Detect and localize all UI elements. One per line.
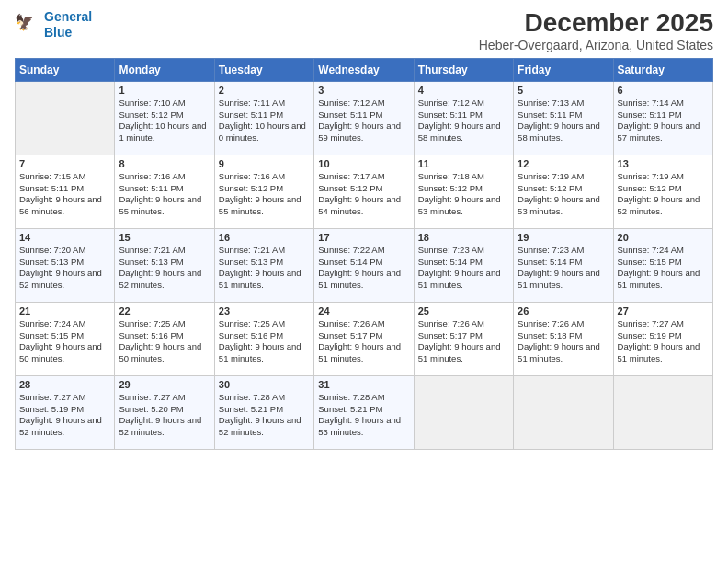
day-info: Sunrise: 7:11 AMSunset: 5:11 PMDaylight:… bbox=[219, 98, 310, 144]
day-info: Sunrise: 7:19 AMSunset: 5:12 PMDaylight:… bbox=[518, 171, 609, 218]
calendar-cell: 27Sunrise: 7:27 AMSunset: 5:19 PMDayligh… bbox=[613, 302, 712, 375]
day-info: Sunrise: 7:19 AMSunset: 5:12 PMDaylight:… bbox=[618, 171, 709, 218]
day-number: 14 bbox=[19, 232, 110, 243]
weekday-header-row: SundayMondayTuesdayWednesdayThursdayFrid… bbox=[16, 58, 713, 81]
logo: 🦅 General Blue bbox=[15, 9, 92, 40]
weekday-header-tuesday: Tuesday bbox=[214, 58, 313, 81]
day-number: 12 bbox=[518, 158, 609, 169]
day-info: Sunrise: 7:26 AMSunset: 5:17 PMDaylight:… bbox=[418, 318, 509, 365]
day-info: Sunrise: 7:23 AMSunset: 5:14 PMDaylight:… bbox=[518, 245, 609, 292]
day-number: 20 bbox=[618, 232, 709, 243]
day-info: Sunrise: 7:27 AMSunset: 5:20 PMDaylight:… bbox=[119, 392, 210, 439]
calendar-cell: 31Sunrise: 7:28 AMSunset: 5:21 PMDayligh… bbox=[314, 375, 414, 449]
day-info: Sunrise: 7:22 AMSunset: 5:14 PMDaylight:… bbox=[318, 245, 409, 292]
day-number: 27 bbox=[618, 305, 709, 316]
calendar-cell: 15Sunrise: 7:21 AMSunset: 5:13 PMDayligh… bbox=[115, 228, 214, 302]
calendar-cell: 9Sunrise: 7:16 AMSunset: 5:12 PMDaylight… bbox=[214, 155, 313, 228]
calendar-cell bbox=[16, 81, 115, 155]
day-info: Sunrise: 7:23 AMSunset: 5:14 PMDaylight:… bbox=[418, 245, 509, 292]
calendar-week-row: 28Sunrise: 7:27 AMSunset: 5:19 PMDayligh… bbox=[16, 375, 713, 449]
day-number: 13 bbox=[618, 158, 709, 169]
day-number: 29 bbox=[119, 379, 210, 390]
calendar-cell: 17Sunrise: 7:22 AMSunset: 5:14 PMDayligh… bbox=[314, 228, 414, 302]
calendar-cell: 25Sunrise: 7:26 AMSunset: 5:17 PMDayligh… bbox=[414, 302, 513, 375]
calendar-cell: 3Sunrise: 7:12 AMSunset: 5:11 PMDaylight… bbox=[314, 81, 414, 155]
calendar-cell: 5Sunrise: 7:13 AMSunset: 5:11 PMDaylight… bbox=[514, 81, 613, 155]
weekday-header-saturday: Saturday bbox=[613, 58, 712, 81]
calendar-cell: 21Sunrise: 7:24 AMSunset: 5:15 PMDayligh… bbox=[16, 302, 115, 375]
day-number: 17 bbox=[318, 232, 409, 243]
calendar-cell: 4Sunrise: 7:12 AMSunset: 5:11 PMDaylight… bbox=[414, 81, 513, 155]
day-info: Sunrise: 7:17 AMSunset: 5:12 PMDaylight:… bbox=[318, 171, 409, 218]
calendar-table: SundayMondayTuesdayWednesdayThursdayFrid… bbox=[15, 58, 713, 450]
calendar-cell: 8Sunrise: 7:16 AMSunset: 5:11 PMDaylight… bbox=[115, 155, 214, 228]
day-info: Sunrise: 7:12 AMSunset: 5:11 PMDaylight:… bbox=[418, 98, 509, 144]
calendar-cell: 16Sunrise: 7:21 AMSunset: 5:13 PMDayligh… bbox=[214, 228, 313, 302]
day-number: 30 bbox=[219, 379, 310, 390]
day-number: 1 bbox=[119, 85, 210, 96]
day-number: 15 bbox=[119, 232, 210, 243]
calendar-cell: 2Sunrise: 7:11 AMSunset: 5:11 PMDaylight… bbox=[214, 81, 313, 155]
calendar-cell: 13Sunrise: 7:19 AMSunset: 5:12 PMDayligh… bbox=[613, 155, 712, 228]
weekday-header-wednesday: Wednesday bbox=[314, 58, 414, 81]
header-row: 🦅 General Blue December 2025 Heber-Overg… bbox=[15, 9, 713, 52]
day-info: Sunrise: 7:10 AMSunset: 5:12 PMDaylight:… bbox=[119, 98, 210, 144]
calendar-cell: 26Sunrise: 7:26 AMSunset: 5:18 PMDayligh… bbox=[514, 302, 613, 375]
day-info: Sunrise: 7:25 AMSunset: 5:16 PMDaylight:… bbox=[219, 318, 310, 365]
calendar-cell: 10Sunrise: 7:17 AMSunset: 5:12 PMDayligh… bbox=[314, 155, 414, 228]
calendar-cell: 22Sunrise: 7:25 AMSunset: 5:16 PMDayligh… bbox=[115, 302, 214, 375]
day-number: 31 bbox=[318, 379, 409, 390]
weekday-header-friday: Friday bbox=[514, 58, 613, 81]
day-number: 10 bbox=[318, 158, 409, 169]
calendar-cell: 14Sunrise: 7:20 AMSunset: 5:13 PMDayligh… bbox=[16, 228, 115, 302]
day-number: 4 bbox=[418, 85, 509, 96]
day-number: 11 bbox=[418, 158, 509, 169]
day-info: Sunrise: 7:27 AMSunset: 5:19 PMDaylight:… bbox=[19, 392, 110, 439]
location-title: Heber-Overgaard, Arizona, United States bbox=[479, 38, 713, 52]
logo-blue: Blue bbox=[44, 25, 72, 40]
day-info: Sunrise: 7:28 AMSunset: 5:21 PMDaylight:… bbox=[318, 392, 409, 439]
calendar-cell: 24Sunrise: 7:26 AMSunset: 5:17 PMDayligh… bbox=[314, 302, 414, 375]
day-info: Sunrise: 7:16 AMSunset: 5:12 PMDaylight:… bbox=[219, 171, 310, 218]
day-number: 21 bbox=[19, 305, 110, 316]
calendar-cell bbox=[613, 375, 712, 449]
day-number: 23 bbox=[219, 305, 310, 316]
calendar-cell: 12Sunrise: 7:19 AMSunset: 5:12 PMDayligh… bbox=[514, 155, 613, 228]
day-number: 8 bbox=[119, 158, 210, 169]
day-number: 6 bbox=[618, 85, 709, 96]
day-info: Sunrise: 7:24 AMSunset: 5:15 PMDaylight:… bbox=[618, 245, 709, 292]
calendar-cell: 18Sunrise: 7:23 AMSunset: 5:14 PMDayligh… bbox=[414, 228, 513, 302]
logo-text: General Blue bbox=[44, 9, 92, 40]
day-info: Sunrise: 7:12 AMSunset: 5:11 PMDaylight:… bbox=[318, 98, 409, 144]
day-info: Sunrise: 7:26 AMSunset: 5:18 PMDaylight:… bbox=[518, 318, 609, 365]
day-number: 26 bbox=[518, 305, 609, 316]
weekday-header-thursday: Thursday bbox=[414, 58, 513, 81]
day-info: Sunrise: 7:25 AMSunset: 5:16 PMDaylight:… bbox=[119, 318, 210, 365]
day-number: 24 bbox=[318, 305, 409, 316]
day-number: 18 bbox=[418, 232, 509, 243]
calendar-cell: 6Sunrise: 7:14 AMSunset: 5:11 PMDaylight… bbox=[613, 81, 712, 155]
calendar-cell: 20Sunrise: 7:24 AMSunset: 5:15 PMDayligh… bbox=[613, 228, 712, 302]
day-info: Sunrise: 7:20 AMSunset: 5:13 PMDaylight:… bbox=[19, 245, 110, 292]
svg-text:🦅: 🦅 bbox=[15, 13, 35, 32]
day-info: Sunrise: 7:13 AMSunset: 5:11 PMDaylight:… bbox=[518, 98, 609, 144]
day-number: 9 bbox=[219, 158, 310, 169]
calendar-week-row: 1Sunrise: 7:10 AMSunset: 5:12 PMDaylight… bbox=[16, 81, 713, 155]
day-number: 28 bbox=[19, 379, 110, 390]
day-info: Sunrise: 7:15 AMSunset: 5:11 PMDaylight:… bbox=[19, 171, 110, 218]
calendar-week-row: 7Sunrise: 7:15 AMSunset: 5:11 PMDaylight… bbox=[16, 155, 713, 228]
calendar-cell: 19Sunrise: 7:23 AMSunset: 5:14 PMDayligh… bbox=[514, 228, 613, 302]
calendar-cell: 30Sunrise: 7:28 AMSunset: 5:21 PMDayligh… bbox=[214, 375, 313, 449]
logo-general: General bbox=[44, 9, 92, 24]
day-number: 3 bbox=[318, 85, 409, 96]
calendar-week-row: 14Sunrise: 7:20 AMSunset: 5:13 PMDayligh… bbox=[16, 228, 713, 302]
calendar-cell: 28Sunrise: 7:27 AMSunset: 5:19 PMDayligh… bbox=[16, 375, 115, 449]
calendar-cell bbox=[414, 375, 513, 449]
calendar-cell: 1Sunrise: 7:10 AMSunset: 5:12 PMDaylight… bbox=[115, 81, 214, 155]
day-info: Sunrise: 7:21 AMSunset: 5:13 PMDaylight:… bbox=[119, 245, 210, 292]
calendar-cell bbox=[514, 375, 613, 449]
title-block: December 2025 Heber-Overgaard, Arizona, … bbox=[479, 9, 713, 52]
day-info: Sunrise: 7:28 AMSunset: 5:21 PMDaylight:… bbox=[219, 392, 310, 439]
calendar-week-row: 21Sunrise: 7:24 AMSunset: 5:15 PMDayligh… bbox=[16, 302, 713, 375]
day-info: Sunrise: 7:21 AMSunset: 5:13 PMDaylight:… bbox=[219, 245, 310, 292]
